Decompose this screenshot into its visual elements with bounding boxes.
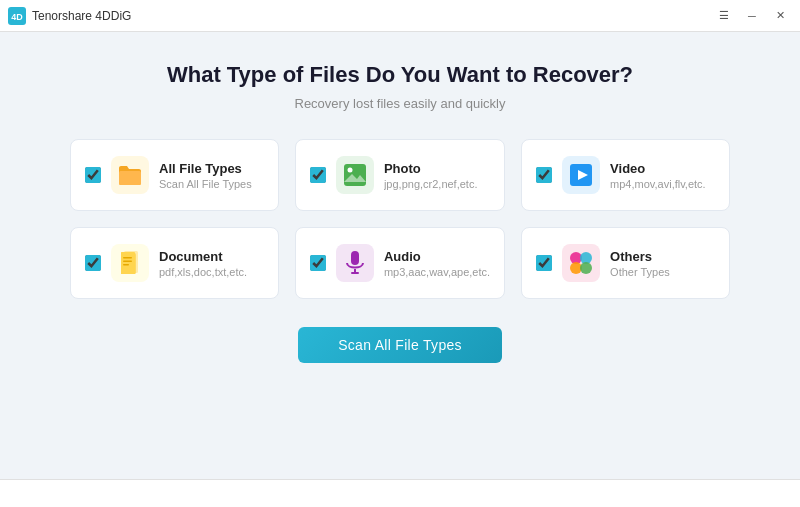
card-audio-desc: mp3,aac,wav,ape,etc. (384, 266, 490, 278)
checkbox-others[interactable] (536, 255, 552, 271)
photo-icon (342, 162, 368, 188)
card-video-title: Video (610, 161, 715, 176)
svg-rect-17 (123, 261, 132, 263)
page-heading: What Type of Files Do You Want to Recove… (167, 62, 633, 88)
checkbox-all-file-types[interactable] (85, 167, 101, 183)
card-all-file-types-text: All File Types Scan All File Types (159, 161, 264, 190)
main-content: What Type of Files Do You Want to Recove… (0, 32, 800, 479)
card-others-title: Others (610, 249, 715, 264)
document-icon-wrap (111, 244, 149, 282)
folder-icon (117, 164, 143, 186)
card-document-title: Document (159, 249, 264, 264)
scan-all-button[interactable]: Scan All File Types (298, 327, 502, 363)
app-title: Tenorshare 4DDiG (32, 9, 131, 23)
document-icon (117, 250, 143, 276)
card-audio-text: Audio mp3,aac,wav,ape,etc. (384, 249, 490, 278)
svg-point-4 (347, 168, 352, 173)
svg-text:4D: 4D (11, 12, 23, 22)
card-all-file-types-title: All File Types (159, 161, 264, 176)
card-photo-desc: jpg,png,cr2,nef,etc. (384, 178, 490, 190)
svg-rect-18 (123, 264, 129, 266)
card-others-desc: Other Types (610, 266, 715, 278)
card-photo-title: Photo (384, 161, 490, 176)
card-audio-title: Audio (384, 249, 490, 264)
svg-rect-2 (119, 171, 141, 185)
card-document-text: Document pdf,xls,doc,txt,etc. (159, 249, 264, 278)
card-video-text: Video mp4,mov,avi,flv,etc. (610, 161, 715, 190)
card-others[interactable]: Others Other Types (521, 227, 730, 299)
audio-icon (342, 249, 368, 277)
photo-icon-wrap (336, 156, 374, 194)
close-button[interactable]: ✕ (768, 6, 792, 26)
card-all-file-types-desc: Scan All File Types (159, 178, 264, 190)
card-video-desc: mp4,mov,avi,flv,etc. (610, 178, 715, 190)
card-others-text: Others Other Types (610, 249, 715, 278)
svg-rect-21 (351, 272, 359, 274)
card-document[interactable]: Document pdf,xls,doc,txt,etc. (70, 227, 279, 299)
svg-rect-19 (351, 251, 359, 265)
page-subheading: Recovery lost files easily and quickly (295, 96, 506, 111)
title-bar-left: 4D Tenorshare 4DDiG (8, 7, 131, 25)
file-type-grid: All File Types Scan All File Types Photo… (70, 139, 730, 299)
app-logo-icon: 4D (8, 7, 26, 25)
card-photo-text: Photo jpg,png,cr2,nef,etc. (384, 161, 490, 190)
svg-rect-15 (121, 252, 135, 274)
svg-point-25 (580, 262, 592, 274)
audio-icon-wrap (336, 244, 374, 282)
title-bar-controls: ☰ ─ ✕ (712, 6, 792, 26)
menu-button[interactable]: ☰ (712, 6, 736, 26)
checkbox-audio[interactable] (310, 255, 326, 271)
folder-icon-wrap (111, 156, 149, 194)
video-icon-wrap (562, 156, 600, 194)
checkbox-video[interactable] (536, 167, 552, 183)
card-document-desc: pdf,xls,doc,txt,etc. (159, 266, 264, 278)
card-video[interactable]: Video mp4,mov,avi,flv,etc. (521, 139, 730, 211)
title-bar: 4D Tenorshare 4DDiG ☰ ─ ✕ (0, 0, 800, 32)
minimize-button[interactable]: ─ (740, 6, 764, 26)
bottom-bar (0, 479, 800, 507)
card-photo[interactable]: Photo jpg,png,cr2,nef,etc. (295, 139, 505, 211)
checkbox-photo[interactable] (310, 167, 326, 183)
video-icon (568, 162, 594, 188)
others-icon (567, 249, 595, 277)
svg-rect-16 (123, 257, 132, 259)
card-audio[interactable]: Audio mp3,aac,wav,ape,etc. (295, 227, 505, 299)
others-icon-wrap (562, 244, 600, 282)
svg-rect-3 (344, 164, 366, 186)
card-all-file-types[interactable]: All File Types Scan All File Types (70, 139, 279, 211)
checkbox-document[interactable] (85, 255, 101, 271)
